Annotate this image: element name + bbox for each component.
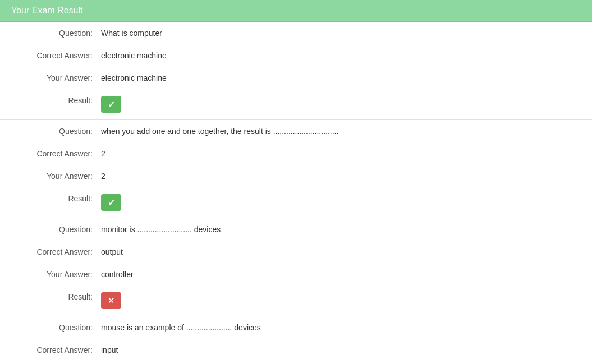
- check-icon: [108, 197, 115, 208]
- cross-icon: [108, 296, 114, 305]
- question-block: Question: monitor is ...................…: [0, 218, 592, 316]
- correct-answer-row: Correct Answer: input: [0, 339, 592, 361]
- page-header: Your Exam Result: [0, 0, 592, 22]
- result-row: Result:: [0, 89, 592, 119]
- question-label: Question:: [11, 323, 101, 332]
- question-text: monitor is ......................... dev…: [101, 225, 581, 234]
- question-label: Question:: [11, 127, 101, 136]
- your-answer-value: 2: [101, 172, 581, 181]
- question-row: Question: mouse is an example of .......…: [0, 316, 592, 339]
- correct-answer-row: Correct Answer: 2: [0, 142, 592, 165]
- correct-answer-value: input: [101, 345, 581, 354]
- result-value: [101, 292, 581, 309]
- question-label: Question:: [11, 29, 101, 38]
- correct-answer-row: Correct Answer: output: [0, 241, 592, 263]
- question-block: Question: mouse is an example of .......…: [0, 316, 592, 364]
- question-text: when you add one and one together, the r…: [101, 127, 581, 136]
- your-answer-label: Your Answer:: [11, 73, 101, 82]
- correct-answer-value: output: [101, 247, 581, 256]
- question-text: What is computer: [101, 29, 581, 38]
- correct-answer-row: Correct Answer: electronic machine: [0, 44, 592, 67]
- result-row: Result:: [0, 285, 592, 316]
- result-label: Result:: [11, 96, 101, 105]
- your-answer-value: electronic machine: [101, 73, 581, 82]
- correct-answer-value: 2: [101, 149, 581, 158]
- your-answer-row: Your Answer: 2: [0, 165, 592, 187]
- result-button: [101, 96, 121, 113]
- result-label: Result:: [11, 292, 101, 301]
- check-icon: [108, 99, 115, 110]
- question-text: mouse is an example of .................…: [101, 323, 581, 332]
- result-button: [101, 194, 121, 211]
- question-row: Question: What is computer: [0, 22, 592, 44]
- your-answer-row: Your Answer: controller: [0, 263, 592, 285]
- result-row: Result:: [0, 187, 592, 218]
- page-container: Your Exam Result Question: What is compu…: [0, 0, 592, 364]
- result-value: [101, 194, 581, 211]
- your-answer-label: Your Answer:: [11, 172, 101, 181]
- correct-answer-value: electronic machine: [101, 51, 581, 60]
- your-answer-row: Your Answer: electronic machine: [0, 67, 592, 89]
- correct-answer-label: Correct Answer:: [11, 345, 101, 354]
- result-label: Result:: [11, 194, 101, 203]
- page-title: Your Exam Result: [11, 6, 82, 15]
- your-answer-label: Your Answer:: [11, 270, 101, 279]
- question-block: Question: when you add one and one toget…: [0, 120, 592, 218]
- correct-answer-label: Correct Answer:: [11, 51, 101, 60]
- question-row: Question: monitor is ...................…: [0, 218, 592, 241]
- your-answer-value: controller: [101, 270, 581, 279]
- result-button: [101, 292, 121, 309]
- result-value: [101, 96, 581, 113]
- correct-answer-label: Correct Answer:: [11, 247, 101, 256]
- correct-answer-label: Correct Answer:: [11, 149, 101, 158]
- your-answer-row: Your Answer: input: [0, 361, 592, 364]
- questions-container: Question: What is computer Correct Answe…: [0, 22, 592, 364]
- question-row: Question: when you add one and one toget…: [0, 120, 592, 142]
- question-block: Question: What is computer Correct Answe…: [0, 22, 592, 120]
- question-label: Question:: [11, 225, 101, 234]
